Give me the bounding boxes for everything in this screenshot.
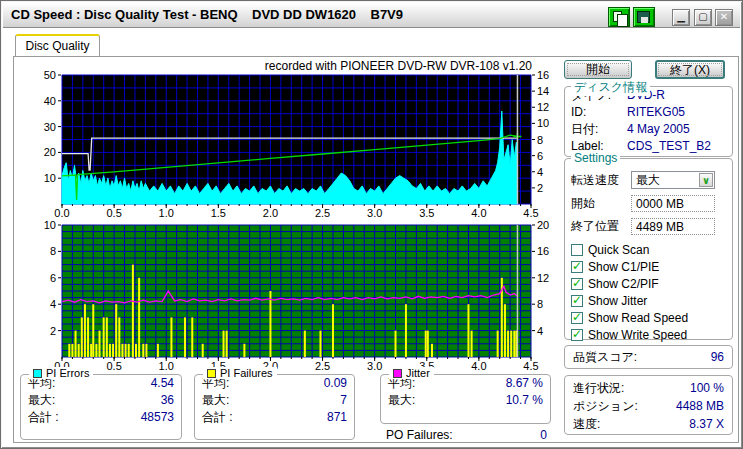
svg-text:1.0: 1.0 — [159, 207, 174, 219]
progress-row: ポジション:4488 MB — [565, 397, 732, 415]
svg-text:4: 4 — [537, 325, 543, 337]
start-position-input[interactable] — [631, 195, 715, 212]
svg-text:6: 6 — [537, 150, 543, 162]
progress-row: 速度:8.37 X — [565, 415, 732, 433]
svg-text:10: 10 — [537, 117, 549, 129]
svg-text:4: 4 — [50, 298, 56, 310]
client-area: Disc Quality recorded with PIONEER DVD-R… — [4, 29, 739, 445]
svg-text:4.5: 4.5 — [523, 207, 538, 219]
svg-text:2.0: 2.0 — [263, 207, 278, 219]
checkbox-icon — [571, 329, 583, 341]
stat-row: 最大:36 — [21, 392, 181, 409]
transfer-speed-label: 転送速度 — [571, 172, 631, 189]
show-c2-pif-checkbox[interactable]: Show C2/PIF — [565, 276, 732, 292]
minimize-button[interactable]: ▁ — [672, 9, 690, 26]
svg-text:2.5: 2.5 — [315, 360, 330, 372]
stat-row: 最大:7 — [195, 392, 354, 409]
pi-errors-legend-label: PI Errors — [46, 367, 89, 379]
svg-text:3.0: 3.0 — [367, 207, 382, 219]
pi-failures-legend-label: PI Failures — [220, 367, 273, 379]
pi-errors-swatch-icon — [33, 369, 42, 378]
pi-failures-swatch-icon — [207, 369, 216, 378]
floppy-disk-icon — [637, 11, 650, 23]
svg-text:2: 2 — [50, 325, 56, 337]
chevron-down-icon[interactable]: ∨ — [699, 173, 713, 187]
disc-info-row: ID:RITEKG05 — [565, 104, 732, 121]
po-failures-row: PO Failures: 0 — [386, 428, 547, 442]
show-c1-pie-checkbox[interactable]: Show C1/PIE — [565, 259, 732, 275]
end-position-label: 終了位置 — [571, 218, 631, 235]
svg-text:14: 14 — [537, 85, 549, 97]
svg-text:4.5: 4.5 — [523, 360, 538, 372]
svg-text:6: 6 — [50, 272, 56, 284]
pi-failures-statbox: PI Failures 平均:0.09 最大:7 合計 :871 — [194, 374, 355, 440]
stat-row: 合計 :871 — [195, 409, 354, 426]
start-position-label: 開始 — [571, 195, 631, 212]
po-failures-value: 0 — [540, 428, 547, 442]
svg-text:40: 40 — [44, 95, 56, 107]
svg-text:12: 12 — [537, 272, 549, 284]
svg-text:2: 2 — [537, 182, 543, 194]
quality-score-label: 品質スコア: — [573, 348, 637, 366]
svg-text:1.5: 1.5 — [211, 207, 226, 219]
svg-text:4.0: 4.0 — [471, 207, 486, 219]
svg-text:16: 16 — [537, 69, 549, 81]
disc-info-groupbox: ディスク情報 タイプ:DVD-R ID:RITEKG05 日付:4 May 20… — [564, 86, 733, 157]
svg-text:3.0: 3.0 — [367, 360, 382, 372]
disc-info-row: 日付:4 May 2005 — [565, 121, 732, 138]
checkbox-icon — [571, 295, 583, 307]
tab-disc-quality[interactable]: Disc Quality — [15, 34, 100, 57]
exit-button[interactable]: 終了(X) — [655, 60, 725, 79]
disc-info-title: ディスク情報 — [571, 79, 650, 96]
svg-text:4.0: 4.0 — [471, 360, 486, 372]
svg-text:10: 10 — [44, 219, 56, 231]
svg-text:0.5: 0.5 — [106, 360, 121, 372]
quality-score-value: 96 — [711, 348, 724, 366]
settings-title: Settings — [571, 151, 620, 165]
po-failures-label: PO Failures: — [386, 428, 453, 442]
window-title: CD Speed : Disc Quality Test - BENQ DVD … — [11, 7, 403, 22]
start-button[interactable]: 開始 — [564, 60, 632, 79]
checkbox-icon — [571, 244, 583, 256]
jitter-swatch-icon — [393, 369, 402, 378]
transfer-speed-select[interactable]: 最大 ∨ — [631, 171, 715, 189]
close-button[interactable]: ✕ — [715, 9, 733, 26]
svg-text:16: 16 — [537, 245, 549, 257]
pi-errors-statbox: PI Errors 平均:4.54 最大:36 合計 :48573 — [20, 374, 182, 440]
svg-text:1.0: 1.0 — [159, 360, 174, 372]
svg-text:20: 20 — [44, 146, 56, 158]
svg-text:2.5: 2.5 — [315, 207, 330, 219]
show-read-speed-checkbox[interactable]: Show Read Speed — [565, 310, 732, 326]
show-jitter-checkbox[interactable]: Show Jitter — [565, 293, 732, 309]
end-position-input[interactable] — [631, 218, 715, 235]
show-write-speed-checkbox[interactable]: Show Write Speed — [565, 327, 732, 343]
svg-text:0.5: 0.5 — [106, 207, 121, 219]
progress-box: 進行状況:100 % ポジション:4488 MB 速度:8.37 X — [564, 375, 733, 435]
quality-score-box: 品質スコア: 96 — [564, 345, 733, 369]
jitter-legend-label: Jitter — [406, 367, 430, 379]
checkbox-icon — [571, 278, 583, 290]
svg-text:4: 4 — [537, 166, 543, 178]
jitter-statbox: Jitter 平均:8.67 % 最大:10.7 % — [380, 374, 551, 424]
svg-text:8: 8 — [50, 245, 56, 257]
maximize-button[interactable]: ▢ — [694, 9, 712, 26]
svg-text:3.5: 3.5 — [419, 207, 434, 219]
copy-pages-icon — [613, 11, 622, 22]
quality-charts: 10203040502468101214160.00.51.01.52.02.5… — [14, 57, 559, 387]
svg-text:50: 50 — [44, 69, 56, 81]
svg-text:8: 8 — [537, 134, 543, 146]
save-button[interactable] — [633, 7, 655, 27]
checkbox-icon — [571, 261, 583, 273]
copy-button[interactable] — [608, 7, 630, 27]
settings-groupbox: Settings 転送速度 最大 ∨ 開始 終了位置 — [564, 158, 733, 340]
titlebar: CD Speed : Disc Quality Test - BENQ DVD … — [3, 3, 740, 28]
svg-text:0.0: 0.0 — [54, 207, 69, 219]
stat-row: 最大:10.7 % — [381, 392, 550, 409]
svg-text:12: 12 — [537, 101, 549, 113]
progress-row: 進行状況:100 % — [565, 379, 732, 397]
disc-quality-pane: recorded with PIONEER DVD-RW DVR-108 v1.… — [13, 56, 739, 443]
quick-scan-checkbox[interactable]: Quick Scan — [565, 242, 732, 258]
svg-text:8: 8 — [537, 298, 543, 310]
control-panel: 開始 終了(X) ディスク情報 タイプ:DVD-R ID:RITEKG05 日付… — [564, 57, 737, 443]
checkbox-icon — [571, 312, 583, 324]
